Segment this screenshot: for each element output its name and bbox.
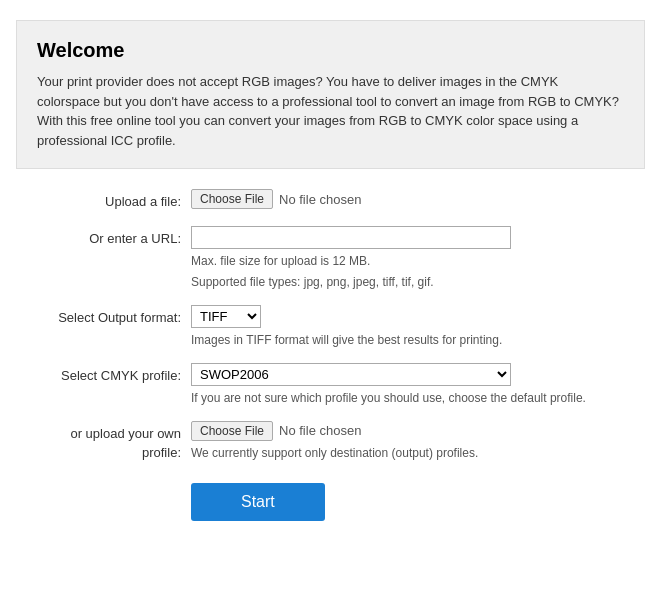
- own-no-file-text: No file chosen: [279, 423, 361, 438]
- choose-file-button[interactable]: Choose File: [191, 189, 273, 209]
- hint-types: Supported file types: jpg, png, jpeg, ti…: [191, 273, 645, 291]
- upload-label: Upload a file:: [16, 189, 191, 212]
- output-format-row: Select Output format: TIFF JPEG PNG Imag…: [16, 305, 645, 349]
- form-area: Upload a file: Choose File No file chose…: [0, 189, 661, 537]
- output-format-label: Select Output format:: [16, 305, 191, 328]
- url-input[interactable]: [191, 226, 511, 249]
- own-choose-file-button[interactable]: Choose File: [191, 421, 273, 441]
- welcome-title: Welcome: [37, 39, 624, 62]
- file-input-wrapper: Choose File No file chosen: [191, 189, 645, 209]
- welcome-box: Welcome Your print provider does not acc…: [16, 20, 645, 169]
- start-button[interactable]: Start: [191, 483, 325, 521]
- output-format-select[interactable]: TIFF JPEG PNG: [191, 305, 261, 328]
- own-hint: We currently support only destination (o…: [191, 444, 645, 462]
- url-row: Or enter a URL: Max. file size for uploa…: [16, 226, 645, 291]
- own-profile-row: or upload your own profile: Choose File …: [16, 421, 645, 463]
- cmyk-label: Select CMYK profile:: [16, 363, 191, 386]
- cmyk-hint: If you are not sure which profile you sh…: [191, 389, 645, 407]
- no-file-text: No file chosen: [279, 192, 361, 207]
- url-label: Or enter a URL:: [16, 226, 191, 249]
- welcome-text: Your print provider does not accept RGB …: [37, 72, 624, 150]
- own-file-input-wrapper: Choose File No file chosen: [191, 421, 645, 441]
- own-profile-control: Choose File No file chosen We currently …: [191, 421, 645, 462]
- start-row: Start: [16, 477, 645, 521]
- cmyk-profile-select[interactable]: SWOP2006 ISOcoated_v2 USWebCoatedSWOP Eu…: [191, 363, 511, 386]
- cmyk-profile-row: Select CMYK profile: SWOP2006 ISOcoated_…: [16, 363, 645, 407]
- upload-control: Choose File No file chosen: [191, 189, 645, 209]
- cmyk-control: SWOP2006 ISOcoated_v2 USWebCoatedSWOP Eu…: [191, 363, 645, 407]
- output-format-control: TIFF JPEG PNG Images in TIFF format will…: [191, 305, 645, 349]
- output-hint: Images in TIFF format will give the best…: [191, 331, 645, 349]
- own-profile-label: or upload your own profile:: [16, 421, 191, 463]
- upload-file-row: Upload a file: Choose File No file chose…: [16, 189, 645, 212]
- url-control: Max. file size for upload is 12 MB. Supp…: [191, 226, 645, 291]
- hint-size: Max. file size for upload is 12 MB.: [191, 252, 645, 270]
